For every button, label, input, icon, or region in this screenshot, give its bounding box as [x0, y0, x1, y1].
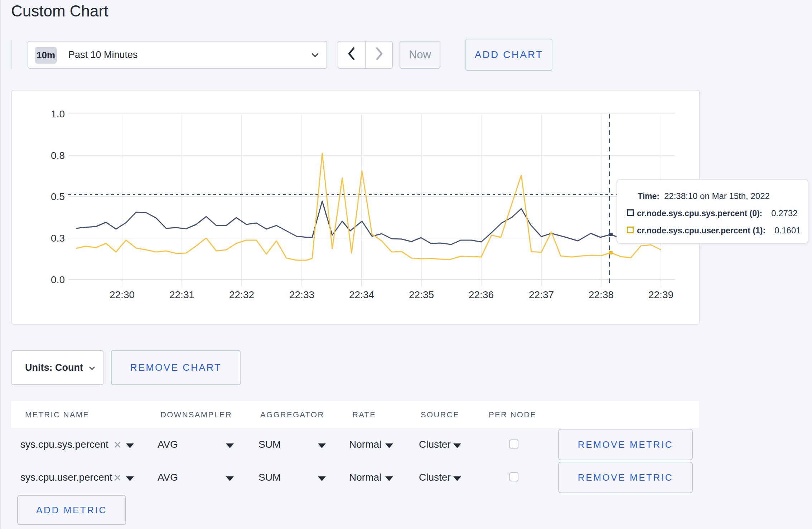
svg-text:22:37: 22:37: [529, 289, 554, 300]
svg-text:0.5: 0.5: [51, 191, 65, 202]
svg-text:22:38: 22:38: [589, 289, 614, 300]
svg-text:0.3: 0.3: [51, 233, 65, 244]
svg-text:22:31: 22:31: [169, 289, 194, 300]
svg-text:22:36: 22:36: [469, 289, 494, 300]
svg-text:22:35: 22:35: [409, 289, 434, 300]
svg-text:22:39: 22:39: [648, 289, 673, 300]
svg-text:22:30: 22:30: [110, 289, 135, 300]
svg-text:0.0: 0.0: [51, 274, 65, 285]
svg-text:22:34: 22:34: [349, 289, 374, 300]
svg-text:22:33: 22:33: [289, 289, 314, 300]
svg-text:22:32: 22:32: [229, 289, 254, 300]
svg-text:0.8: 0.8: [51, 150, 65, 161]
svg-text:1.0: 1.0: [51, 108, 65, 120]
